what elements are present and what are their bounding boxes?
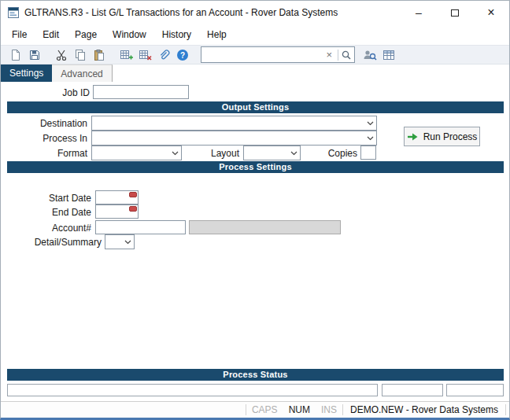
account-input[interactable] [95, 220, 186, 234]
copy-icon[interactable] [72, 46, 89, 64]
menubar: File Edit Page Window History Help [1, 24, 509, 45]
app-window: GLTRANS.R3 - List G/L Transactions for a… [0, 0, 510, 420]
app-icon [7, 6, 20, 19]
end-date-field [95, 204, 139, 219]
minimize-button[interactable]: – [401, 1, 437, 24]
account-label: Account# [28, 223, 91, 234]
output-settings-header: Output Settings [7, 101, 504, 113]
format-select[interactable] [91, 146, 182, 160]
paste-icon[interactable] [91, 46, 108, 64]
window-controls: – × [401, 1, 509, 24]
user-search-icon[interactable] [361, 46, 379, 64]
menu-edit[interactable]: Edit [35, 24, 67, 45]
attachment-icon[interactable] [155, 46, 172, 64]
menu-window[interactable]: Window [105, 24, 154, 45]
table-icon[interactable] [380, 46, 397, 64]
titlebar: GLTRANS.R3 - List G/L Transactions for a… [1, 1, 509, 24]
help-icon[interactable]: ? [174, 46, 191, 64]
close-button[interactable]: × [473, 1, 509, 24]
tab-strip: Settings Advanced [1, 64, 113, 82]
chevron-down-icon [288, 151, 300, 156]
process-status-main-field [7, 384, 378, 396]
insert-mode-indicator: INS [316, 404, 342, 415]
statusbar: CAPS NUM INS DEMO.NEW - Rover Data Syste… [1, 401, 509, 418]
statusbar-right: CAPS NUM INS DEMO.NEW - Rover Data Syste… [246, 402, 509, 418]
calendar-icon[interactable] [129, 206, 137, 212]
process-status-header: Process Status [7, 369, 504, 381]
start-date-field [95, 190, 139, 204]
maximize-icon [451, 9, 459, 17]
detail-summary-select[interactable] [105, 234, 135, 249]
calendar-icon[interactable] [129, 192, 137, 197]
account-name-field [189, 220, 341, 234]
end-date-label: End Date [28, 207, 91, 218]
toolbar: ? × [1, 45, 509, 64]
new-document-icon[interactable] [7, 46, 24, 64]
cut-icon[interactable] [53, 46, 70, 64]
menu-file[interactable]: File [4, 24, 35, 45]
chevron-down-icon [364, 136, 376, 141]
chevron-down-icon [364, 121, 376, 126]
process-in-label: Process In [9, 133, 87, 144]
search-divider [338, 50, 338, 61]
search-input[interactable] [205, 50, 323, 61]
job-id-label: Job ID [27, 87, 90, 98]
chevron-down-icon [122, 240, 134, 245]
grid-delete-icon[interactable] [136, 46, 153, 64]
menu-help[interactable]: Help [199, 24, 235, 45]
destination-label: Destination [9, 118, 87, 129]
process-status-aux2-field [446, 384, 504, 396]
chevron-down-icon [169, 151, 181, 156]
tab-advanced[interactable]: Advanced [52, 64, 112, 82]
process-in-select[interactable] [91, 131, 377, 146]
run-arrow-icon [407, 132, 419, 142]
toolbar-search: × [201, 46, 355, 63]
maximize-button[interactable] [437, 1, 473, 24]
menu-history[interactable]: History [154, 24, 199, 45]
window-title: GLTRANS.R3 - List G/L Transactions for a… [24, 7, 338, 18]
destination-select[interactable] [91, 116, 377, 131]
run-process-label: Run Process [423, 131, 478, 142]
clear-search-icon[interactable]: × [323, 49, 335, 61]
num-lock-indicator: NUM [283, 404, 316, 415]
tab-settings[interactable]: Settings [1, 64, 52, 82]
copies-label: Copies [312, 148, 357, 159]
session-indicator: DEMO.NEW - Rover Data Systems [343, 404, 505, 415]
caps-lock-indicator: CAPS [246, 404, 283, 415]
statusbar-divider [505, 404, 506, 415]
layout-select[interactable] [243, 146, 301, 160]
search-icon[interactable] [341, 50, 352, 61]
copies-input[interactable] [360, 146, 376, 160]
process-status-aux1-field [382, 384, 443, 396]
job-id-input[interactable] [93, 85, 189, 99]
grid-add-icon[interactable] [117, 46, 135, 64]
run-process-button[interactable]: Run Process [404, 127, 480, 146]
layout-label: Layout [190, 148, 239, 159]
save-icon[interactable] [26, 46, 43, 64]
menu-page[interactable]: Page [67, 24, 105, 45]
process-settings-header: Process Settings [7, 161, 504, 173]
svg-text:?: ? [180, 50, 185, 59]
format-label: Format [24, 148, 87, 159]
start-date-label: Start Date [28, 193, 91, 204]
detail-summary-label: Detail/Summary [15, 237, 102, 248]
